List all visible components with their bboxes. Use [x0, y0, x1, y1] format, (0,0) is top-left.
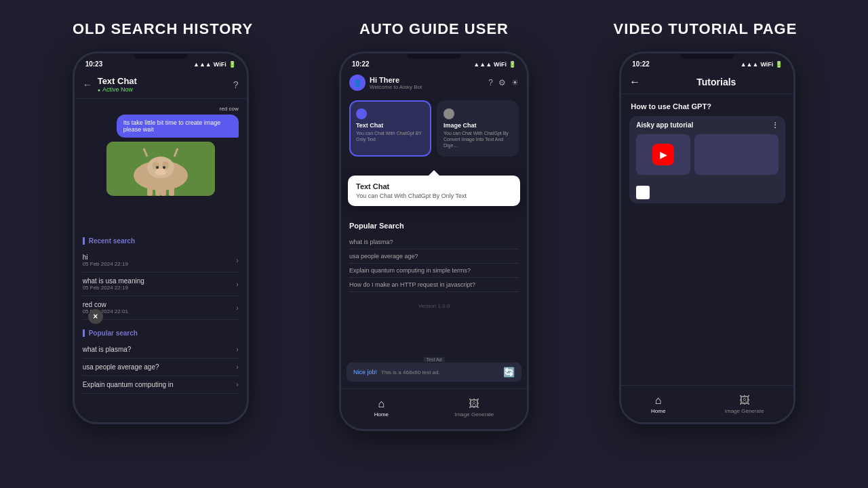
- svg-point-5: [156, 166, 159, 169]
- wifi-icon-2: WiFi: [494, 61, 507, 68]
- search-item-cow[interactable]: red cow 05 Feb 2024 22:01 ›: [83, 296, 239, 320]
- phone2-header: 👤 Hi There Welcome to Aisky Bot ? ⚙ ☀: [341, 70, 527, 95]
- phones-row: 10:23 ▲▲▲ WiFi 🔋 ← Text Chat Active Now …: [0, 52, 868, 431]
- section-title-video-tutorial: VIDEO TUTORIAL PAGE: [597, 20, 814, 38]
- phone3-content: ← Tutorials How to use Chat GPT? Aisky a…: [621, 70, 793, 419]
- back-button-1[interactable]: ←: [83, 79, 92, 90]
- pop-arrow-quantum: ›: [236, 381, 238, 388]
- pop-item-plasma[interactable]: what is plasma? ›: [83, 341, 239, 359]
- chat-bubble: Its take little bit time to create image…: [117, 115, 239, 138]
- search-text-usa: what is usa meaning: [83, 277, 144, 285]
- phone-auto-guide: 10:22 ▲▲▲ WiFi 🔋 👤 Hi There Welcome to A…: [339, 52, 529, 431]
- recent-search-section: Recent search hi 05 Feb 2024 22:19 › wha…: [75, 235, 247, 323]
- text-chat-icon: [356, 108, 367, 119]
- signal-icon-1: ▲▲▲: [193, 61, 212, 68]
- tutorial-question: How to use Chat GPT?: [621, 94, 793, 116]
- status-icons-1: ▲▲▲ WiFi 🔋: [193, 61, 236, 68]
- search-item-usa[interactable]: what is usa meaning 05 Feb 2024 22:19 ›: [83, 272, 239, 296]
- pop-item-1[interactable]: what is plasma?: [349, 235, 519, 249]
- greeting-sub: Welcome to Aisky Bot: [370, 84, 422, 90]
- info-icon-1[interactable]: ?: [233, 79, 239, 90]
- image-chat-icon: [443, 108, 454, 119]
- image-generate-icon-2: 🖼: [469, 398, 479, 410]
- popular-search-label: Popular search: [83, 329, 239, 337]
- search-date-usa: 05 Feb 2024 22:19: [83, 285, 144, 291]
- phone-video-tutorial: 10:22 ▲▲▲ WiFi 🔋 ← Tutorials How to use …: [619, 52, 795, 424]
- tutorial-header: ← Tutorials: [621, 70, 793, 94]
- status-time-3: 10:22: [632, 60, 650, 68]
- video-thumb-secondary[interactable]: [694, 134, 778, 175]
- nav-home-3[interactable]: ⌂ Home: [651, 394, 665, 414]
- chat-label: red cow: [83, 106, 239, 112]
- battery-icon-3: 🔋: [775, 61, 783, 68]
- section-title-old-search: OLD SEARCH HISTORY: [54, 20, 271, 38]
- search-item-hi-content: hi 05 Feb 2024 22:19: [83, 253, 128, 267]
- ad-text: This is a 468x60 test ad.: [381, 369, 440, 375]
- pop-text-quantum: Explain quantum computing in: [83, 381, 174, 388]
- search-arrow-hi: ›: [236, 257, 238, 264]
- pop-item-4[interactable]: How do I make an HTTP request in javascr…: [349, 278, 519, 292]
- tooltip-desc: You can Chat With ChatGpt By Only Text: [356, 192, 512, 199]
- phone-notch-1: [134, 54, 188, 59]
- tooltip-box: Text Chat You can Chat With ChatGpt By O…: [348, 176, 520, 206]
- pop-text-plasma: what is plasma?: [83, 346, 132, 353]
- popular-title: Popular Search: [349, 222, 519, 230]
- pop-item-usa-age[interactable]: usa people average age? ›: [83, 359, 239, 376]
- help-icon-2[interactable]: ?: [488, 78, 493, 87]
- active-status-1: Active Now: [98, 86, 228, 93]
- bottom-nav-2: ⌂ Home 🖼 Image Generate: [341, 388, 527, 426]
- chat-title-1: Text Chat: [98, 76, 228, 86]
- image-chat-card[interactable]: Image Chat You can Chat With ChatGpt By …: [437, 100, 519, 157]
- back-button-3[interactable]: ←: [629, 76, 640, 88]
- signal-icon-2: ▲▲▲: [473, 61, 492, 68]
- video-card-title: Aisky app tutorial: [636, 121, 693, 129]
- text-chat-desc: You can Chat With ChatGpt BY Only Text: [356, 130, 425, 142]
- home-label-2: Home: [374, 411, 389, 418]
- search-date-hi: 05 Feb 2024 22:19: [83, 261, 128, 267]
- settings-icon-2[interactable]: ⚙: [498, 78, 506, 87]
- pop-arrow-plasma: ›: [236, 346, 238, 353]
- svg-point-6: [163, 166, 165, 169]
- search-text-cow: red cow: [83, 301, 128, 308]
- battery-icon-1: 🔋: [229, 61, 236, 68]
- image-chat-desc: You can Chat With ChatGpt By Convert Ima…: [443, 130, 512, 148]
- svg-rect-9: [155, 186, 161, 196]
- greeting-text-block: Hi There Welcome to Aisky Bot: [370, 76, 422, 90]
- phone-notch-3: [680, 54, 734, 59]
- pop-item-3[interactable]: Explain quantum computing in simple term…: [349, 264, 519, 278]
- pop-item-quantum[interactable]: Explain quantum computing in ›: [83, 376, 239, 394]
- chat-area-1: red cow Its take little bit time to crea…: [75, 99, 247, 235]
- tooltip-title: Text Chat: [356, 182, 512, 190]
- text-chat-card[interactable]: Text Chat You can Chat With ChatGpt BY O…: [349, 100, 431, 157]
- version-text: Version 1.0.0: [341, 298, 527, 314]
- search-text-hi: hi: [83, 253, 128, 261]
- play-button[interactable]: ▶: [652, 144, 674, 165]
- phone1-content: ← Text Chat Active Now ? red cow Its tak…: [75, 70, 247, 419]
- home-icon-3: ⌂: [655, 394, 662, 407]
- close-button[interactable]: ×: [88, 309, 103, 324]
- pop-item-2[interactable]: usa people average age?: [349, 249, 519, 264]
- more-options-icon[interactable]: ⋮: [772, 121, 778, 129]
- search-arrow-usa: ›: [236, 281, 238, 288]
- nav-image-3[interactable]: 🖼 Image Generate: [725, 394, 764, 414]
- status-time-2: 10:22: [352, 60, 370, 68]
- video-card: Aisky app tutorial ⋮ ▶: [629, 116, 785, 203]
- search-item-usa-content: what is usa meaning 05 Feb 2024 22:19: [83, 277, 144, 291]
- video-thumbnail-row: ▶: [629, 134, 785, 182]
- pop-text-usa-age: usa people average age?: [83, 363, 159, 371]
- sun-icon-2[interactable]: ☀: [511, 78, 519, 87]
- ad-bar: Test Ad Nice job! This is a 468x60 test …: [347, 363, 521, 382]
- nav-image-2[interactable]: 🖼 Image Generate: [454, 398, 494, 418]
- wifi-icon-3: WiFi: [760, 61, 773, 68]
- tutorial-title: Tutorials: [647, 77, 785, 87]
- svg-rect-10: [161, 186, 166, 196]
- search-item-hi[interactable]: hi 05 Feb 2024 22:19 ›: [83, 249, 239, 272]
- home-icon-2: ⌂: [378, 398, 385, 410]
- image-generate-label-2: Image Generate: [454, 411, 494, 418]
- phone-notch-2: [407, 54, 461, 59]
- recent-search-label: Recent search: [83, 237, 239, 245]
- nice-job-text: Nice job!: [353, 369, 377, 375]
- nav-home-2[interactable]: ⌂ Home: [374, 398, 389, 418]
- greeting-main: Hi There: [370, 76, 422, 84]
- video-thumb-main[interactable]: ▶: [636, 134, 690, 175]
